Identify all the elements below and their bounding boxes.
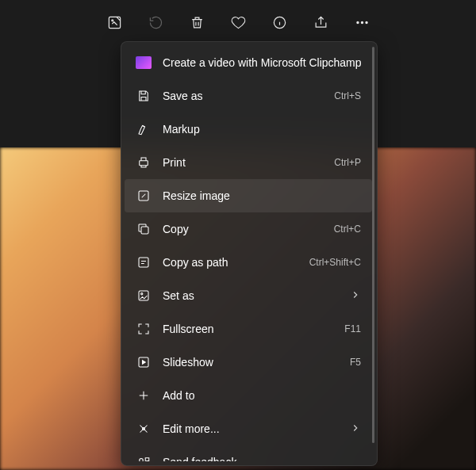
setas-icon xyxy=(136,288,152,304)
menu-label: Fullscreen xyxy=(163,323,336,335)
menu-item-editmore[interactable]: Edit more... xyxy=(125,412,372,445)
more-icon[interactable] xyxy=(348,9,375,36)
copypath-icon xyxy=(136,254,152,270)
menu-item-fullscreen[interactable]: FullscreenF11 xyxy=(125,312,372,346)
menu-label: Markup xyxy=(163,123,361,136)
fullscreen-icon xyxy=(136,321,152,337)
menu-label: Edit more... xyxy=(163,422,350,435)
menu-shortcut: F5 xyxy=(350,357,361,368)
menu-item-resize[interactable]: Resize image xyxy=(125,179,372,212)
editmore-icon xyxy=(136,421,152,437)
scrollbar[interactable] xyxy=(372,47,374,443)
edit-image-icon[interactable] xyxy=(101,9,128,36)
menu-item-print[interactable]: PrintCtrl+P xyxy=(125,146,372,179)
menu-label: Resize image xyxy=(163,189,361,202)
overflow-menu: Create a video with Microsoft ClipchampS… xyxy=(121,41,378,466)
share-icon[interactable] xyxy=(307,9,334,36)
menu-item-save[interactable]: Save asCtrl+S xyxy=(125,79,372,113)
resize-icon xyxy=(136,188,152,204)
menu-item-feedback[interactable]: Send feedback xyxy=(125,445,372,461)
menu-item-add[interactable]: Add to xyxy=(125,379,372,412)
menu-label: Copy as path xyxy=(163,256,301,269)
menu-label: Set as xyxy=(163,289,350,302)
menu-label: Add to xyxy=(163,389,361,402)
menu-item-copy[interactable]: CopyCtrl+C xyxy=(125,212,372,246)
menu-item-slideshow[interactable]: SlideshowF5 xyxy=(125,346,372,379)
info-icon[interactable] xyxy=(266,9,293,36)
menu-item-markup[interactable]: Markup xyxy=(125,113,372,146)
save-icon xyxy=(136,88,152,104)
menu-item-setas[interactable]: Set as xyxy=(125,279,372,312)
print-icon xyxy=(136,155,152,170)
menu-shortcut: Ctrl+S xyxy=(334,90,361,101)
toolbar xyxy=(0,6,476,38)
rotate-icon[interactable] xyxy=(142,9,169,36)
menu-shortcut: Ctrl+P xyxy=(334,157,361,168)
menu-label: Copy xyxy=(163,223,326,235)
chevron-right-icon xyxy=(350,422,361,436)
chevron-right-icon xyxy=(350,289,361,303)
favorite-icon[interactable] xyxy=(225,9,251,36)
menu-item-clipchamp[interactable]: Create a video with Microsoft Clipchamp xyxy=(125,46,372,79)
copy-icon xyxy=(136,221,152,237)
feedback-icon xyxy=(136,454,152,461)
menu-label: Print xyxy=(163,156,326,169)
clipchamp-icon xyxy=(136,55,152,71)
menu-label: Create a video with Microsoft Clipchamp xyxy=(163,56,362,69)
add-icon xyxy=(136,388,152,403)
menu-item-copypath[interactable]: Copy as pathCtrl+Shift+C xyxy=(125,246,372,279)
menu-label: Send feedback xyxy=(163,456,361,461)
menu-label: Save as xyxy=(163,90,326,102)
menu-label: Slideshow xyxy=(163,356,342,369)
menu-shortcut: F11 xyxy=(344,323,361,334)
menu-shortcut: Ctrl+C xyxy=(334,224,361,235)
delete-icon[interactable] xyxy=(183,9,210,36)
slideshow-icon xyxy=(136,354,152,370)
markup-icon xyxy=(136,121,152,137)
menu-shortcut: Ctrl+Shift+C xyxy=(309,257,361,268)
